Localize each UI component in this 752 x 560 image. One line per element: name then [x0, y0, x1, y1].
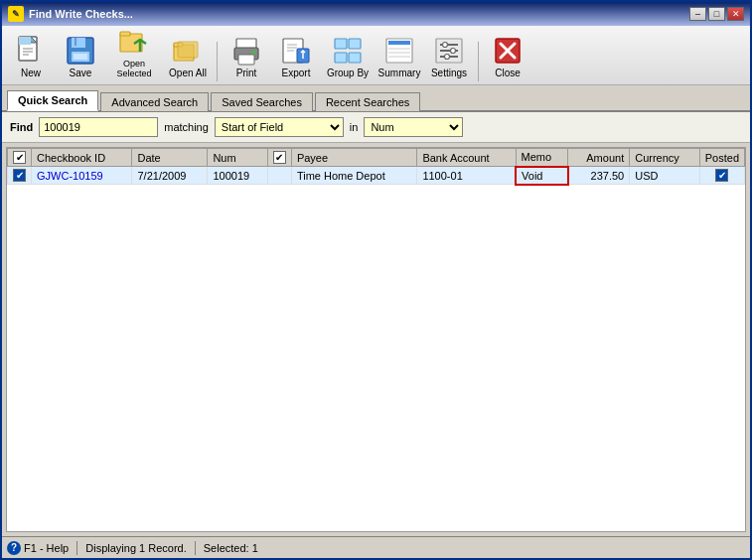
- svg-rect-26: [335, 39, 347, 49]
- payee-header-checkbox[interactable]: ✔: [273, 151, 286, 164]
- open-selected-label: Open Selected: [109, 59, 159, 78]
- minimize-button[interactable]: –: [689, 7, 706, 21]
- find-input[interactable]: [39, 117, 158, 137]
- row-checkbook-id: GJWC-10159: [32, 167, 132, 185]
- header-amount: Amount: [568, 149, 630, 167]
- row-num: 100019: [208, 167, 267, 185]
- svg-rect-28: [335, 53, 347, 63]
- tab-quick-search[interactable]: Quick Search: [7, 90, 98, 111]
- table-row[interactable]: ✔ GJWC-10159 7/21/2009 100019 Time Home …: [8, 167, 745, 185]
- print-icon: [230, 35, 262, 67]
- row-bank-account: 1100-01: [417, 167, 516, 185]
- row-memo: Void: [516, 167, 568, 185]
- export-label: Export: [282, 68, 311, 78]
- toolbar-separator-1: [217, 42, 218, 81]
- header-bank-account: Bank Account: [417, 149, 516, 167]
- matching-select[interactable]: Start of Field Any Part of Field Exact M…: [215, 117, 344, 137]
- help-label: F1 - Help: [24, 542, 69, 554]
- results-table-container: ✔ Checkbook ID Date Num ✔ Payee Bank Acc…: [6, 147, 746, 532]
- tab-strip: Quick Search Advanced Search Saved Searc…: [2, 85, 750, 112]
- svg-point-39: [443, 43, 448, 48]
- displaying-text: Displaying 1 Record.: [85, 542, 187, 554]
- svg-rect-15: [178, 42, 198, 58]
- close-window-button[interactable]: ✕: [727, 7, 744, 21]
- svg-rect-18: [238, 55, 254, 65]
- svg-rect-31: [388, 41, 410, 45]
- header-select-all[interactable]: ✔: [8, 149, 32, 167]
- open-all-icon: [172, 35, 204, 67]
- row-currency: USD: [630, 167, 700, 185]
- svg-rect-29: [349, 53, 361, 63]
- status-bar: ? F1 - Help Displaying 1 Record. Selecte…: [2, 536, 750, 558]
- header-checkbook-id: Checkbook ID: [32, 149, 132, 167]
- new-button[interactable]: New: [7, 32, 55, 81]
- group-by-button[interactable]: Group By: [322, 32, 374, 81]
- search-bar: Find matching Start of Field Any Part of…: [2, 112, 750, 143]
- header-payee-check[interactable]: ✔: [267, 149, 291, 167]
- close-button[interactable]: Close: [484, 32, 531, 81]
- svg-rect-1: [19, 37, 31, 45]
- row-payee-check-cell: [267, 167, 291, 185]
- main-window: ✎ Find Write Checks... – □ ✕ New: [0, 0, 752, 560]
- new-label: New: [21, 68, 41, 78]
- open-selected-button[interactable]: Open Selected: [106, 23, 162, 81]
- open-all-button[interactable]: Open All: [164, 32, 212, 81]
- row-amount: 237.50: [568, 167, 630, 185]
- header-num: Num: [208, 149, 267, 167]
- svg-rect-6: [72, 38, 85, 48]
- new-icon: [15, 35, 47, 67]
- maximize-button[interactable]: □: [708, 7, 725, 21]
- results-table: ✔ Checkbook ID Date Num ✔ Payee Bank Acc…: [7, 148, 745, 186]
- header-payee: Payee: [291, 149, 417, 167]
- table-header-row: ✔ Checkbook ID Date Num ✔ Payee Bank Acc…: [8, 149, 745, 167]
- toolbar: New Save: [2, 26, 750, 85]
- summary-icon: [383, 35, 415, 67]
- find-label: Find: [10, 121, 33, 133]
- window-title: Find Write Checks...: [29, 8, 133, 20]
- header-memo: Memo: [516, 149, 568, 167]
- row-select-cell[interactable]: ✔: [8, 167, 32, 185]
- window-icon: ✎: [8, 6, 24, 22]
- row-posted-cell: ✔: [699, 167, 744, 185]
- svg-rect-27: [349, 39, 361, 49]
- status-divider-1: [76, 541, 77, 555]
- export-button[interactable]: Export: [272, 32, 320, 81]
- svg-point-41: [445, 55, 450, 60]
- tab-recent-searches[interactable]: Recent Searches: [315, 92, 420, 111]
- select-all-checkbox[interactable]: ✔: [13, 151, 26, 164]
- row-posted-checkbox: ✔: [715, 169, 728, 182]
- summary-button[interactable]: Summary: [376, 32, 423, 81]
- export-icon: [280, 35, 312, 67]
- settings-button[interactable]: Settings: [425, 32, 473, 81]
- summary-label: Summary: [378, 68, 421, 78]
- toolbar-separator-2: [478, 42, 479, 81]
- status-divider-2: [195, 541, 196, 555]
- open-selected-icon: [118, 26, 150, 58]
- help-section: ? F1 - Help: [7, 541, 69, 555]
- svg-rect-10: [120, 34, 142, 52]
- close-icon: [492, 35, 524, 67]
- help-icon[interactable]: ?: [7, 541, 21, 555]
- title-bar-buttons: – □ ✕: [689, 7, 744, 21]
- row-checkbox[interactable]: ✔: [13, 169, 26, 182]
- title-bar-left: ✎ Find Write Checks...: [8, 6, 133, 22]
- save-button[interactable]: Save: [57, 32, 104, 81]
- close-label: Close: [495, 68, 521, 78]
- print-button[interactable]: Print: [223, 32, 270, 81]
- selected-text: Selected: 1: [204, 542, 258, 554]
- in-select[interactable]: Num Date Payee Memo Amount: [364, 117, 463, 137]
- in-label: in: [350, 121, 359, 133]
- group-by-label: Group By: [327, 68, 369, 78]
- save-label: Save: [70, 68, 92, 78]
- settings-label: Settings: [431, 68, 467, 78]
- header-date: Date: [132, 149, 208, 167]
- svg-rect-11: [120, 32, 130, 36]
- svg-point-40: [451, 49, 456, 54]
- tab-advanced-search[interactable]: Advanced Search: [100, 92, 209, 111]
- save-icon: [65, 35, 96, 67]
- matching-label: matching: [164, 121, 209, 133]
- print-label: Print: [236, 68, 257, 78]
- tab-saved-searches[interactable]: Saved Searches: [211, 92, 313, 111]
- row-date: 7/21/2009: [132, 167, 208, 185]
- row-payee: Time Home Depot: [291, 167, 417, 185]
